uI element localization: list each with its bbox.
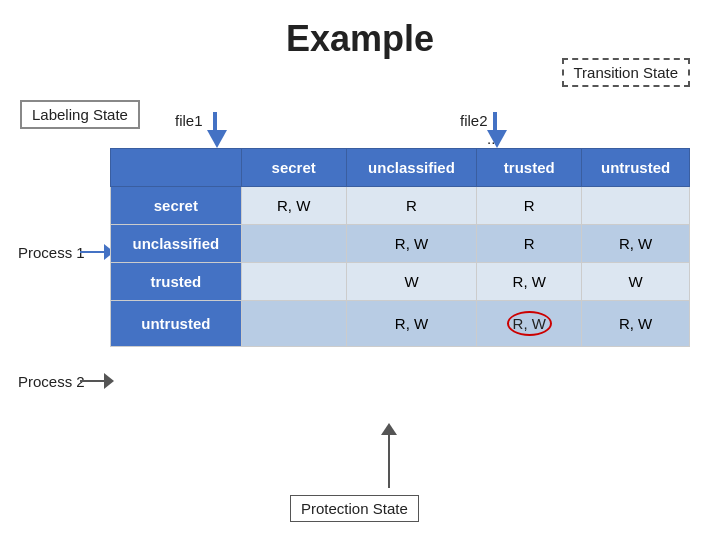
cell-untrusted-unclassified: R, W <box>346 301 477 347</box>
process2-label: Process 2 <box>18 373 85 390</box>
cell-trusted-trusted: R, W <box>477 263 582 301</box>
cell-unclassified-untrusted: R, W <box>582 225 690 263</box>
row-label-unclassified: unclassified <box>111 225 242 263</box>
file1-label: file1 <box>175 112 203 129</box>
process2-arrowhead-icon <box>104 373 114 389</box>
file2-label: file2 <box>460 112 488 129</box>
file2-arrowhead <box>487 130 507 148</box>
table-row: trusted W R, W W <box>111 263 690 301</box>
cell-secret-untrusted <box>582 187 690 225</box>
cell-unclassified-unclassified: R, W <box>346 225 477 263</box>
col-header-secret: secret <box>241 149 346 187</box>
table-row: secret R, W R R <box>111 187 690 225</box>
process1-label: Process 1 <box>18 244 85 261</box>
cell-secret-secret: R, W <box>241 187 346 225</box>
cell-secret-unclassified: R <box>346 187 477 225</box>
cell-unclassified-secret <box>241 225 346 263</box>
table-row: unclassified R, W R R, W <box>111 225 690 263</box>
table-row: untrusted R, W R, W R, W <box>111 301 690 347</box>
row-label-trusted: trusted <box>111 263 242 301</box>
file1-arrowhead <box>207 130 227 148</box>
col-header-empty <box>111 149 242 187</box>
access-control-table: secret unclassified trusted untrusted se… <box>110 148 690 347</box>
col-header-trusted: trusted <box>477 149 582 187</box>
protection-state-arrow-shaft <box>388 433 390 488</box>
row-label-secret: secret <box>111 187 242 225</box>
protection-state-arrowhead-icon <box>381 423 397 435</box>
cell-trusted-secret <box>241 263 346 301</box>
transition-state-label: Transition State <box>562 58 691 87</box>
labeling-state-label: Labeling State <box>20 100 140 129</box>
col-header-untrusted: untrusted <box>582 149 690 187</box>
cell-secret-trusted: R <box>477 187 582 225</box>
cell-untrusted-untrusted: R, W <box>582 301 690 347</box>
row-label-untrusted: untrusted <box>111 301 242 347</box>
col-header-unclassified: unclassified <box>346 149 477 187</box>
cell-unclassified-trusted: R <box>477 225 582 263</box>
cell-untrusted-secret <box>241 301 346 347</box>
protection-state-label: Protection State <box>290 495 419 522</box>
circled-rw: R, W <box>507 311 552 336</box>
page-title: Example <box>0 0 720 60</box>
cell-untrusted-trusted: R, W <box>477 301 582 347</box>
cell-trusted-unclassified: W <box>346 263 477 301</box>
cell-trusted-untrusted: W <box>582 263 690 301</box>
file1-arrow-shaft <box>213 112 217 132</box>
file2-arrow-shaft <box>493 112 497 132</box>
